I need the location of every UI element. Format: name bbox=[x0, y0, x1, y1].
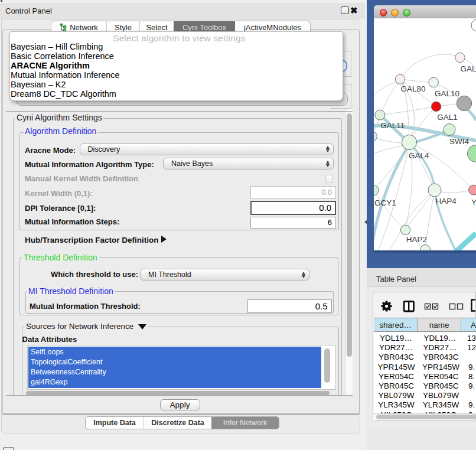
svg-text:GCY1: GCY1 bbox=[374, 198, 396, 207]
svg-text:GAL10: GAL10 bbox=[435, 89, 459, 98]
svg-text:Y: Y bbox=[471, 198, 476, 207]
svg-text:HAP4: HAP4 bbox=[435, 197, 457, 206]
svg-text:HAP2: HAP2 bbox=[406, 235, 427, 244]
svg-text:GAL4: GAL4 bbox=[409, 151, 429, 160]
svg-text:GAL11: GAL11 bbox=[380, 121, 405, 130]
svg-text:GAL7: GAL7 bbox=[461, 64, 476, 73]
svg-text:GAL1: GAL1 bbox=[437, 113, 458, 122]
svg-text:SWI4: SWI4 bbox=[449, 137, 469, 146]
svg-text:GAL80: GAL80 bbox=[401, 84, 426, 93]
